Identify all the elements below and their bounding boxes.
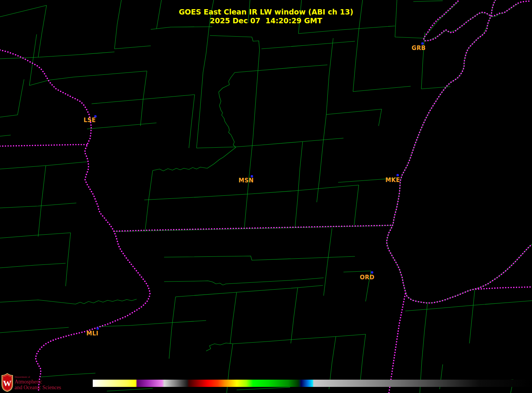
- image-title: GOES East Clean IR LW window (ABI ch 13)…: [0, 8, 532, 25]
- county-boundary-line: [295, 142, 303, 228]
- county-boundary-line: [0, 52, 114, 59]
- county-boundary-line: [169, 297, 176, 359]
- county-boundary-line: [353, 31, 359, 92]
- county-boundary-line: [197, 138, 343, 148]
- county-boundary-line: [326, 38, 333, 114]
- county-boundary-line: [29, 34, 37, 85]
- county-boundary-line: [295, 185, 359, 191]
- state-border-line: [114, 225, 393, 231]
- county-boundary-line: [0, 300, 76, 304]
- county-boundary-line: [92, 95, 195, 104]
- county-boundary-line: [0, 233, 71, 238]
- county-boundary-line: [38, 166, 46, 237]
- county-boundary-line: [0, 115, 18, 117]
- county-boundary-line: [237, 387, 290, 390]
- city-marker-ord: [371, 271, 373, 274]
- state-border-line: [387, 0, 532, 303]
- satellite-image-viewer: GOES East Clean IR LW window (ABI ch 13)…: [0, 0, 532, 393]
- county-boundary-line: [210, 35, 252, 37]
- county-boundary-line: [145, 171, 153, 232]
- county-boundary-line: [87, 123, 156, 129]
- county-boundary-line: [203, 27, 209, 72]
- county-boundary-line: [354, 185, 359, 225]
- county-boundary-line: [421, 87, 450, 89]
- uw-aos-logo: W Department of Atmospheric and Oceanic …: [2, 373, 61, 392]
- county-boundary-line: [76, 299, 137, 304]
- county-boundary-line: [317, 114, 326, 202]
- county-boundary-line: [413, 1, 443, 2]
- county-boundary-line: [0, 135, 11, 136]
- city-marker-mke: [397, 174, 399, 176]
- city-label-ord: ORD: [360, 274, 374, 281]
- county-boundary-line: [235, 67, 298, 72]
- county-boundary-line: [261, 41, 355, 49]
- county-boundary-line: [197, 72, 203, 148]
- county-boundary-line: [291, 288, 298, 343]
- county-boundary-line: [164, 256, 355, 260]
- logo-text: Department of Atmospheric and Oceanic Sc…: [15, 376, 61, 392]
- logo-dept-of: Department of: [15, 376, 61, 379]
- county-boundary-line: [360, 334, 366, 382]
- county-boundary-line: [379, 109, 382, 126]
- county-boundary-line: [18, 79, 24, 115]
- state-border-line: [0, 50, 150, 391]
- county-boundary-line: [189, 95, 195, 148]
- county-boundary-line: [151, 27, 212, 29]
- county-boundary-line: [0, 162, 87, 169]
- county-boundary-line: [144, 191, 295, 200]
- county-boundary-line: [223, 147, 236, 157]
- city-label-msn: MSN: [239, 177, 254, 184]
- county-boundary-line: [252, 50, 260, 149]
- city-marker-mli: [97, 327, 99, 330]
- logo-line2: and Oceanic Sciences: [15, 385, 61, 390]
- county-boundary-line: [176, 285, 323, 297]
- county-boundary-line: [324, 228, 332, 296]
- county-boundary-line: [230, 292, 237, 344]
- county-boundary-line: [298, 26, 395, 34]
- county-boundary-line: [395, 37, 423, 38]
- county-boundary-line: [140, 71, 147, 126]
- county-boundary-line: [107, 388, 153, 391]
- state-border-line: [389, 294, 405, 393]
- county-boundary-line: [244, 149, 252, 229]
- title-line1: GOES East Clean IR LW window (ABI ch 13): [0, 8, 532, 16]
- county-boundary-line: [114, 46, 151, 49]
- county-boundary-line: [219, 72, 236, 147]
- title-line2: 2025 Dec 07 14:20:29 GMT: [0, 16, 532, 25]
- county-boundary-line: [73, 71, 147, 77]
- county-boundary-line: [343, 271, 371, 272]
- county-boundary-line: [114, 225, 393, 232]
- map-svg: [0, 0, 532, 393]
- county-boundary-line: [164, 281, 226, 285]
- county-boundary-line: [326, 109, 382, 114]
- city-label-grb: GRB: [412, 45, 426, 52]
- city-label-mke: MKE: [385, 177, 400, 184]
- county-boundary-line: [207, 157, 223, 168]
- county-boundary-line: [0, 263, 66, 268]
- county-boundary-line: [233, 334, 366, 344]
- county-boundary-line: [66, 233, 71, 286]
- logo-line1: Atmospheric: [15, 379, 61, 385]
- county-boundary-line: [153, 167, 207, 171]
- state-border-line: [0, 145, 87, 146]
- county-boundary-line: [469, 290, 475, 343]
- svg-text:W: W: [3, 379, 11, 388]
- city-label-mli: MLI: [86, 330, 98, 337]
- colorbar: [93, 380, 532, 387]
- county-boundary-line: [0, 327, 69, 333]
- county-boundary-line: [298, 65, 327, 67]
- county-boundary-line: [29, 77, 73, 85]
- county-boundary-line: [387, 0, 532, 303]
- county-boundary-line: [130, 321, 206, 325]
- state-border-line: [476, 287, 532, 289]
- county-boundary-line: [0, 203, 76, 208]
- county-boundary-line: [252, 37, 260, 50]
- county-boundary-line: [206, 343, 233, 351]
- uw-crest-icon: W: [2, 373, 13, 392]
- county-boundary-line: [353, 86, 411, 92]
- county-boundary-line: [226, 278, 324, 284]
- city-label-lse: LSE: [84, 117, 96, 124]
